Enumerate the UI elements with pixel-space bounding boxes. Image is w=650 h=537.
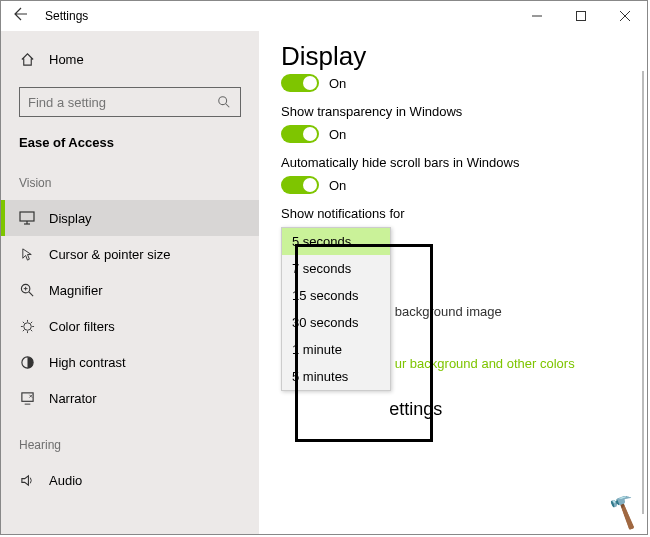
transparency-label: Show transparency in Windows [281, 104, 619, 119]
dropdown-option[interactable]: 5 seconds [282, 228, 390, 255]
nav-label: Cursor & pointer size [49, 247, 170, 262]
search-icon [216, 94, 232, 110]
svg-line-18 [22, 321, 23, 322]
section-title: Ease of Access [1, 135, 259, 168]
svg-point-4 [219, 97, 227, 105]
close-icon [620, 11, 630, 21]
window-title: Settings [41, 9, 515, 23]
nav-label: High contrast [49, 355, 126, 370]
search-input[interactable] [28, 95, 216, 110]
dropdown-option[interactable]: 1 minute [282, 336, 390, 363]
nav-label: Magnifier [49, 283, 102, 298]
scrollbars-toggle-row: On [281, 176, 619, 194]
cursor-icon [19, 246, 35, 262]
dropdown-option[interactable]: 15 seconds [282, 282, 390, 309]
nav-high-contrast[interactable]: High contrast [1, 344, 259, 380]
home-label: Home [49, 52, 84, 67]
nav-narrator[interactable]: Narrator [1, 380, 259, 416]
notifications-label: Show notifications for [281, 206, 619, 221]
settings-heading-partial: 00000000000ettings [279, 399, 442, 420]
toggle-state: On [329, 76, 346, 91]
nav-cursor[interactable]: Cursor & pointer size [1, 236, 259, 272]
notifications-dropdown[interactable]: 5 seconds7 seconds15 seconds30 seconds1 … [281, 227, 619, 391]
toggle-switch[interactable] [281, 74, 319, 92]
settings-window: Settings Home Ease of Acc [0, 0, 648, 535]
display-icon [19, 210, 35, 226]
svg-point-13 [23, 322, 31, 330]
svg-rect-1 [577, 12, 586, 21]
nav-label: Audio [49, 473, 82, 488]
minimize-icon [532, 11, 542, 21]
transparency-state: On [329, 127, 346, 142]
nav-display[interactable]: Display [1, 200, 259, 236]
minimize-button[interactable] [515, 1, 559, 31]
transparency-toggle[interactable] [281, 125, 319, 143]
content-area: Home Ease of Access Vision Display [1, 31, 647, 534]
home-icon [19, 51, 35, 67]
high-contrast-icon [19, 354, 35, 370]
dropdown-option[interactable]: 5 minutes [282, 363, 390, 390]
svg-line-21 [30, 321, 31, 322]
color-filters-icon [19, 318, 35, 334]
nav-audio[interactable]: Audio [1, 462, 259, 498]
titlebar: Settings [1, 1, 647, 31]
scrollbar[interactable] [642, 71, 644, 514]
audio-icon [19, 472, 35, 488]
svg-rect-6 [20, 212, 34, 221]
maximize-button[interactable] [559, 1, 603, 31]
nav-magnifier[interactable]: Magnifier [1, 272, 259, 308]
nav-label: Display [49, 211, 92, 226]
transparency-toggle-row: On [281, 125, 619, 143]
dropdown-list: 5 seconds7 seconds15 seconds30 seconds1 … [281, 227, 391, 391]
main-panel: Display On Show transparency in Windows … [259, 31, 647, 534]
group-hearing: Hearing [1, 430, 259, 462]
svg-line-20 [22, 329, 23, 330]
dropdown-option[interactable]: 30 seconds [282, 309, 390, 336]
nav-label: Color filters [49, 319, 115, 334]
scrollbars-toggle[interactable] [281, 176, 319, 194]
toggle-row-top: On [281, 74, 619, 92]
svg-line-5 [226, 104, 230, 108]
back-arrow-icon [13, 6, 29, 22]
maximize-icon [576, 11, 586, 21]
search-box[interactable] [19, 87, 241, 117]
sidebar: Home Ease of Access Vision Display [1, 31, 259, 534]
svg-line-12 [28, 291, 32, 295]
back-button[interactable] [1, 6, 41, 26]
close-button[interactable] [603, 1, 647, 31]
home-nav[interactable]: Home [1, 45, 259, 73]
scrollbars-state: On [329, 178, 346, 193]
dropdown-option[interactable]: 7 seconds [282, 255, 390, 282]
group-vision: Vision [1, 168, 259, 200]
svg-line-19 [30, 329, 31, 330]
scrollbars-label: Automatically hide scroll bars in Window… [281, 155, 619, 170]
page-title: Display [281, 41, 619, 72]
magnifier-icon [19, 282, 35, 298]
nav-label: Narrator [49, 391, 97, 406]
nav-color-filters[interactable]: Color filters [1, 308, 259, 344]
narrator-icon [19, 390, 35, 406]
